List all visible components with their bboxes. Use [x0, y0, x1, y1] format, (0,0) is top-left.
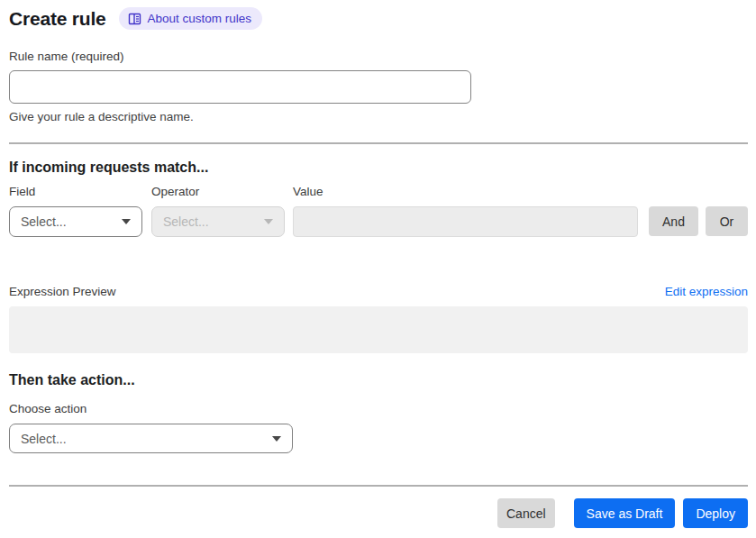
rule-name-helper-text: Give your rule a descriptive name.	[9, 110, 748, 123]
operator-label: Operator	[151, 185, 285, 198]
chevron-down-icon	[272, 436, 281, 442]
cancel-button[interactable]: Cancel	[497, 498, 555, 528]
field-column: Field Select...	[9, 185, 142, 237]
deploy-button[interactable]: Deploy	[683, 498, 748, 528]
rule-name-label: Rule name (required)	[9, 50, 748, 63]
choose-action-select[interactable]: Select...	[9, 424, 293, 453]
field-select-placeholder: Select...	[21, 214, 67, 229]
expression-preview-label: Expression Preview	[9, 285, 116, 298]
chevron-down-icon	[264, 219, 273, 224]
field-label: Field	[9, 185, 142, 198]
about-badge-label: About custom rules	[148, 12, 252, 25]
page-title: Create rule	[9, 8, 106, 30]
condition-row: Field Select... Operator Select... Value…	[9, 185, 748, 237]
about-custom-rules-badge[interactable]: About custom rules	[119, 7, 263, 30]
value-label: Value	[293, 185, 638, 198]
choose-action-label: Choose action	[9, 402, 748, 415]
footer-divider	[9, 485, 748, 487]
expression-preview-header: Expression Preview Edit expression	[9, 285, 748, 298]
operator-column: Operator Select...	[151, 185, 285, 237]
value-input[interactable]	[293, 206, 638, 237]
create-rule-page: Create rule About custom rules Rule name…	[0, 0, 756, 538]
value-column: Value	[293, 185, 638, 237]
field-select[interactable]: Select...	[9, 206, 142, 237]
and-button[interactable]: And	[649, 206, 698, 236]
save-as-draft-button[interactable]: Save as Draft	[574, 498, 676, 528]
operator-select[interactable]: Select...	[151, 206, 285, 237]
book-icon	[128, 13, 141, 25]
action-section-heading: Then take action...	[9, 372, 748, 388]
match-section-heading: If incoming requests match...	[9, 160, 748, 176]
choose-action-placeholder: Select...	[21, 432, 67, 446]
or-button[interactable]: Or	[706, 206, 748, 236]
rule-name-input[interactable]	[9, 70, 471, 104]
section-divider	[9, 142, 748, 144]
chevron-down-icon	[122, 219, 131, 224]
page-header: Create rule About custom rules	[9, 7, 748, 30]
operator-select-placeholder: Select...	[163, 214, 209, 229]
footer-actions: Cancel Save as Draft Deploy	[9, 498, 748, 528]
edit-expression-link[interactable]: Edit expression	[665, 285, 748, 298]
expression-preview-box	[9, 306, 748, 353]
